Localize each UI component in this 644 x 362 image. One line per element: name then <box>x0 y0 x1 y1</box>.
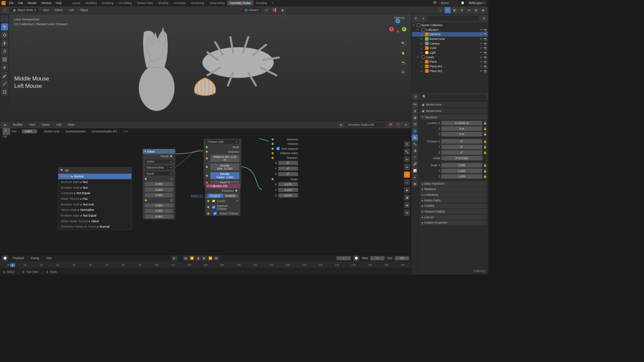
ne-view-icon[interactable]: 👁 <box>404 156 410 162</box>
tl-keying[interactable]: Keying <box>29 256 41 261</box>
viewport-3d[interactable]: User Perspective (1) Collection | Bezier… <box>9 14 411 121</box>
blender-logo-icon[interactable] <box>2 1 6 5</box>
ws-modeling[interactable]: Modeling <box>83 0 99 5</box>
bc-tree[interactable]: GeometryNodes.001 <box>92 130 121 133</box>
inst-ry[interactable]: 0° <box>278 167 298 171</box>
menu-file[interactable]: File <box>7 1 16 5</box>
ne-options-icon[interactable]: ⚙ <box>404 141 410 147</box>
prop-section-transform[interactable]: ▾ Transform <box>420 115 487 119</box>
prop-tab-material[interactable]: ● <box>412 174 418 180</box>
ws-rendering[interactable]: Rendering <box>189 0 207 5</box>
node-instance-partial[interactable]: Selection Instance Pick Instance Instanc… <box>270 138 300 198</box>
menu-edit[interactable]: Edit <box>16 1 25 5</box>
outliner-item[interactable]: ▸BezierCurve👁📷 <box>412 37 488 41</box>
jump-end-icon[interactable]: ⏭ <box>214 256 219 261</box>
equal-op-dd[interactable]: Equal <box>145 171 173 176</box>
search-result-item[interactable]: Boolean Math ▸ Nor <box>58 185 131 190</box>
sel-circle-icon[interactable] <box>5 15 8 22</box>
shading-matpreview-icon[interactable]: ◐ <box>473 7 479 13</box>
shading-rendered-icon[interactable]: ◉ <box>480 7 486 13</box>
prop-section-collapsed[interactable]: ▸ Collections <box>420 192 487 197</box>
ne-misc3-icon[interactable]: ▣ <box>404 194 410 200</box>
timeline-editor-icon[interactable]: 🕐 <box>2 255 8 261</box>
tool-cursor[interactable] <box>1 32 8 39</box>
loc-y-field[interactable]: 0 m <box>441 126 482 131</box>
timeline-ruler[interactable]: 1 10203040506070809010011012013014015016… <box>0 261 411 268</box>
outliner-scene-collection[interactable]: ▾ Scene Collection <box>412 23 488 27</box>
vp-menu-select[interactable]: Select <box>53 8 65 12</box>
pin-icon[interactable]: 📌 <box>388 122 394 128</box>
nodetree-shield-icon[interactable]: 🛡 <box>395 122 401 128</box>
outliner-item[interactable]: ▸Plane.001👁📷 <box>412 64 488 69</box>
ws-scripting[interactable]: Scripting <box>253 0 269 5</box>
zoom-icon[interactable]: 🔍 <box>400 40 407 47</box>
search-result-item[interactable]: Boolean Math ▸ Not Equal <box>58 213 131 219</box>
ne-group-icon[interactable]: ■ <box>404 172 410 178</box>
rot-z-field[interactable]: 0° <box>441 150 482 155</box>
search-result-item[interactable]: Vector Math ▸ Normalize <box>58 207 131 213</box>
ne-menu-select[interactable]: Select <box>40 123 52 127</box>
current-frame-field[interactable]: 1 <box>336 256 351 260</box>
autokey-icon[interactable]: ● <box>171 256 177 261</box>
ne-menu-view[interactable]: View <box>27 123 37 127</box>
equal-a2[interactable]: 0.000 <box>145 193 173 197</box>
inst-rz[interactable]: 0° <box>278 172 298 176</box>
equal-b2[interactable]: 0.000 <box>145 215 173 219</box>
node-equal-title[interactable]: ▾ Equal <box>143 149 175 154</box>
prop-section-collapsed[interactable]: ▸ Viewport Display <box>420 209 487 214</box>
menu-render[interactable]: Render <box>25 1 39 5</box>
vp-menu-view[interactable]: View <box>41 8 51 12</box>
nav-gizmo[interactable]: Z X Y <box>389 18 407 37</box>
tool-addcube[interactable] <box>1 88 8 96</box>
snap-icon[interactable]: 🧲 <box>271 7 277 13</box>
outliner-item[interactable]: ▾Collection👁📷 <box>412 27 488 32</box>
prop-tab-modifier[interactable]: 🔧 <box>412 141 418 147</box>
ws-shading[interactable]: Shading <box>156 0 171 5</box>
tl-playback[interactable]: Playback <box>11 256 26 261</box>
collinfo-collection-field[interactable]: Coral1 <box>217 199 234 202</box>
tool-rotate[interactable] <box>1 48 8 55</box>
lock-icon[interactable]: 🔓 <box>483 151 487 154</box>
search-result-item[interactable]: Normal ▸ Normal <box>58 174 131 179</box>
end-frame-field[interactable]: 250 <box>395 256 409 260</box>
menu-window[interactable]: Window <box>39 1 53 5</box>
outliner-search-input[interactable] <box>428 16 479 21</box>
prop-tab-constraint[interactable]: 🔗 <box>412 161 418 167</box>
play-rev-icon[interactable]: ◀ <box>195 256 201 261</box>
outliner-item[interactable]: ▸Cube👁📷 <box>412 46 488 50</box>
props-search-input[interactable] <box>421 94 487 99</box>
prop-tab-particle[interactable]: ✨ <box>412 148 418 154</box>
sel-box-icon[interactable] <box>1 15 4 22</box>
gizmo-z-axis[interactable]: Z <box>395 19 400 23</box>
ne-menu-add[interactable]: Add <box>54 123 63 127</box>
perspective-icon[interactable]: ⊞ <box>400 69 407 76</box>
prop-tab-output[interactable]: 🖨 <box>412 108 418 114</box>
ws-compositing[interactable]: Compositing <box>207 0 227 5</box>
lock-icon[interactable]: 🔓 <box>483 121 487 125</box>
shading-solid-icon[interactable]: ● <box>466 7 472 13</box>
outliner-item[interactable]: ▸Camera👁📷 <box>412 41 488 46</box>
ws-geometrynodes[interactable]: Geometry Nodes <box>227 0 253 5</box>
outliner-item[interactable]: ▸Barnacle👁📷 <box>412 32 488 37</box>
pivot-icon[interactable]: ⊙ <box>263 7 269 13</box>
lock-icon[interactable]: 🔓 <box>483 145 487 148</box>
rot-y-field[interactable]: 0° <box>441 144 482 149</box>
editor-type-icon[interactable]: ⬚ <box>2 7 8 13</box>
bc-modifier[interactable]: GeometryNodes <box>65 130 90 133</box>
equal-a0[interactable]: 0.000 <box>145 182 173 186</box>
pan-icon[interactable]: ✋ <box>400 49 407 56</box>
props-editor-icon[interactable]: ⚙ <box>413 94 419 100</box>
lock-icon[interactable]: 🔓 <box>483 140 487 143</box>
loc-z-field[interactable]: 0 m <box>441 132 482 137</box>
tool-move[interactable] <box>1 40 8 47</box>
search-result-item[interactable]: Boolean Math ▸ Not And <box>58 201 131 207</box>
overlay-toggle-icon[interactable]: ⊡ <box>445 7 451 13</box>
lock-icon[interactable]: 🔓 <box>483 164 487 167</box>
inst-sx[interactable]: 0.170 <box>278 182 298 186</box>
rot-mode-dd[interactable]: XYZ Euler <box>441 156 482 161</box>
ne-misc5-icon[interactable]: ⊞ <box>404 210 410 216</box>
node-distribute[interactable]: Poisson Disk Mesh Selection Distance Min… <box>204 138 242 186</box>
shading-wire-icon[interactable]: ⊞ <box>459 7 465 13</box>
jump-start-icon[interactable]: ⏮ <box>183 256 189 261</box>
search-result-item[interactable]: White Noise Texture ▸ Value <box>58 218 131 224</box>
